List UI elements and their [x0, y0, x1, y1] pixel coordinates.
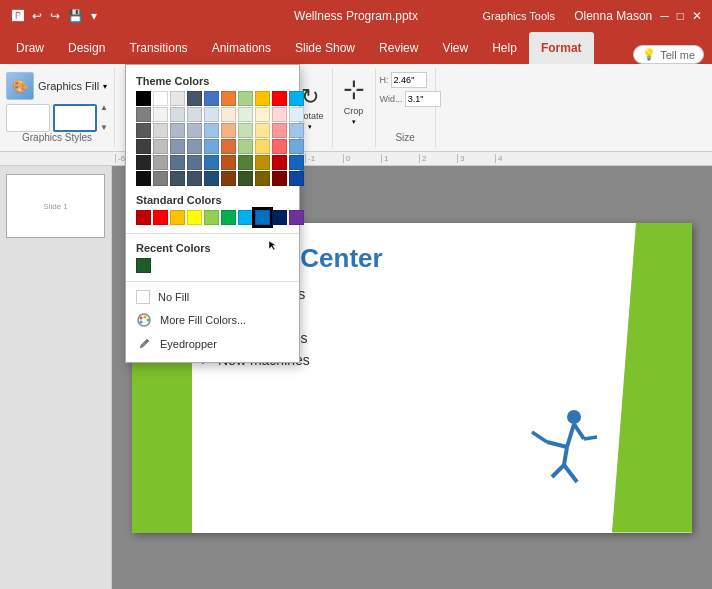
- theme-color-cell[interactable]: [238, 91, 253, 106]
- tell-me-input[interactable]: 💡 Tell me: [633, 45, 704, 64]
- theme-color-cell[interactable]: [153, 107, 168, 122]
- theme-color-cell[interactable]: [204, 107, 219, 122]
- standard-color-cell[interactable]: [170, 210, 185, 225]
- close-button[interactable]: ✕: [692, 9, 702, 23]
- standard-color-cell[interactable]: [238, 210, 253, 225]
- tab-view[interactable]: View: [430, 32, 480, 64]
- theme-color-cell[interactable]: [255, 155, 270, 170]
- theme-color-cell[interactable]: [289, 139, 304, 154]
- standard-color-cell[interactable]: [221, 210, 236, 225]
- theme-color-cell[interactable]: [255, 171, 270, 186]
- quick-access-dropdown[interactable]: ▾: [89, 7, 99, 25]
- theme-color-cell[interactable]: [272, 155, 287, 170]
- tab-help[interactable]: Help: [480, 32, 529, 64]
- theme-color-cell[interactable]: [170, 139, 185, 154]
- theme-color-cell[interactable]: [187, 107, 202, 122]
- theme-color-cell[interactable]: [204, 123, 219, 138]
- theme-color-cell[interactable]: [221, 123, 236, 138]
- theme-color-cell[interactable]: [289, 123, 304, 138]
- theme-color-cell[interactable]: [187, 139, 202, 154]
- standard-color-cell[interactable]: [187, 210, 202, 225]
- theme-color-cell[interactable]: [204, 171, 219, 186]
- tab-slideshow[interactable]: Slide Show: [283, 32, 367, 64]
- theme-color-cell[interactable]: [187, 171, 202, 186]
- theme-color-cell[interactable]: [153, 123, 168, 138]
- theme-color-cell[interactable]: [238, 155, 253, 170]
- theme-color-cell[interactable]: [255, 91, 270, 106]
- theme-color-cell[interactable]: [153, 155, 168, 170]
- theme-color-cell[interactable]: [255, 139, 270, 154]
- undo-icon[interactable]: ↩: [30, 7, 44, 25]
- crop-btn[interactable]: ⊹ Crop ▾: [339, 72, 369, 128]
- theme-color-cell[interactable]: [170, 171, 185, 186]
- theme-color-cell[interactable]: [289, 91, 304, 106]
- theme-color-cell[interactable]: [289, 171, 304, 186]
- theme-color-cell[interactable]: [221, 171, 236, 186]
- theme-color-cell[interactable]: [272, 139, 287, 154]
- scroll-up[interactable]: ▲: [100, 104, 108, 112]
- theme-color-cell[interactable]: [272, 107, 287, 122]
- theme-color-cell[interactable]: [255, 123, 270, 138]
- theme-color-cell[interactable]: [238, 123, 253, 138]
- theme-color-cell[interactable]: [136, 107, 151, 122]
- theme-color-cell[interactable]: [136, 155, 151, 170]
- theme-color-cell[interactable]: [221, 139, 236, 154]
- standard-color-cell[interactable]: [289, 210, 304, 225]
- theme-color-cell[interactable]: [136, 139, 151, 154]
- graphics-fill-arrow[interactable]: ▾: [103, 82, 107, 91]
- theme-color-cell[interactable]: [153, 91, 168, 106]
- eyedropper-item[interactable]: Eyedropper: [126, 332, 299, 356]
- tab-animations[interactable]: Animations: [200, 32, 283, 64]
- scroll-down[interactable]: ▼: [100, 124, 108, 132]
- standard-color-cell[interactable]: [272, 210, 287, 225]
- standard-color-cell[interactable]: [136, 210, 151, 225]
- width-input[interactable]: [405, 91, 441, 107]
- standard-color-cell[interactable]: [255, 210, 270, 225]
- theme-color-cell[interactable]: [153, 139, 168, 154]
- theme-color-cell[interactable]: [187, 155, 202, 170]
- no-fill-item[interactable]: No Fill: [126, 286, 299, 308]
- theme-color-cell[interactable]: [238, 139, 253, 154]
- theme-color-cell[interactable]: [136, 91, 151, 106]
- tab-transitions[interactable]: Transitions: [117, 32, 199, 64]
- theme-color-cell[interactable]: [187, 91, 202, 106]
- theme-color-cell[interactable]: [204, 155, 219, 170]
- tab-review[interactable]: Review: [367, 32, 430, 64]
- theme-color-cell[interactable]: [272, 171, 287, 186]
- theme-color-cell[interactable]: [289, 107, 304, 122]
- tab-draw[interactable]: Draw: [4, 32, 56, 64]
- theme-color-cell[interactable]: [204, 139, 219, 154]
- theme-color-cell[interactable]: [153, 171, 168, 186]
- theme-color-cell[interactable]: [136, 123, 151, 138]
- theme-color-cell[interactable]: [221, 107, 236, 122]
- slide-thumbnail[interactable]: Slide 1: [6, 174, 105, 238]
- save-icon[interactable]: 💾: [66, 7, 85, 25]
- standard-color-cell[interactable]: [153, 210, 168, 225]
- theme-color-cell[interactable]: [170, 155, 185, 170]
- theme-color-cell[interactable]: [255, 107, 270, 122]
- redo-icon[interactable]: ↪: [48, 7, 62, 25]
- theme-color-cell[interactable]: [238, 171, 253, 186]
- minimize-button[interactable]: ─: [660, 9, 669, 23]
- theme-color-cell[interactable]: [272, 91, 287, 106]
- thumbnail-selected[interactable]: [53, 104, 97, 132]
- recent-color-cell[interactable]: [136, 258, 151, 273]
- theme-color-cell[interactable]: [221, 155, 236, 170]
- theme-color-cell[interactable]: [238, 107, 253, 122]
- theme-color-cell[interactable]: [170, 107, 185, 122]
- maximize-button[interactable]: □: [677, 9, 684, 23]
- graphics-fill-btn[interactable]: 🎨 Graphics Fill ▾: [6, 72, 108, 100]
- theme-color-cell[interactable]: [187, 123, 202, 138]
- theme-color-cell[interactable]: [204, 91, 219, 106]
- theme-color-cell[interactable]: [136, 171, 151, 186]
- tab-format[interactable]: Format: [529, 32, 594, 64]
- height-input[interactable]: [391, 72, 427, 88]
- theme-color-cell[interactable]: [170, 123, 185, 138]
- theme-color-cell[interactable]: [170, 91, 185, 106]
- tab-design[interactable]: Design: [56, 32, 117, 64]
- standard-color-cell[interactable]: [204, 210, 219, 225]
- theme-color-cell[interactable]: [221, 91, 236, 106]
- theme-color-cell[interactable]: [272, 123, 287, 138]
- more-fill-colors-item[interactable]: More Fill Colors...: [126, 308, 299, 332]
- theme-color-cell[interactable]: [289, 155, 304, 170]
